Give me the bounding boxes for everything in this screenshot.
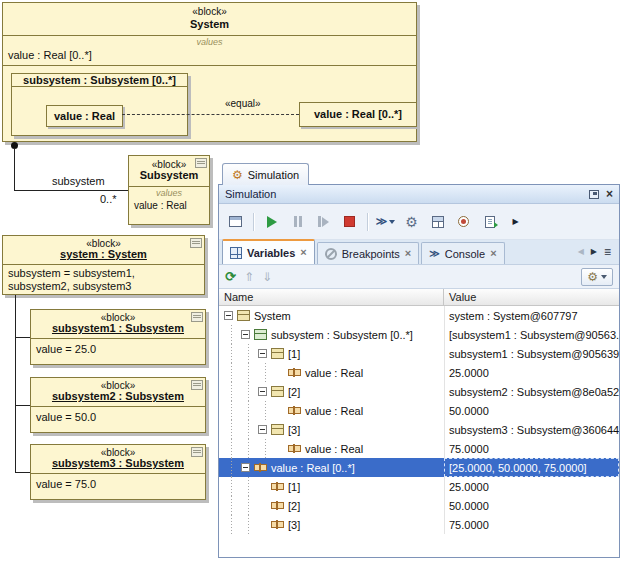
table-row[interactable]: [3] subsystem3 : Subsystem@360644 bbox=[219, 420, 619, 439]
bound-value-box[interactable]: value : Real [0..*] bbox=[299, 102, 417, 127]
pause-button[interactable] bbox=[286, 210, 309, 234]
simulation-toolbar: ≫ ⚙ ▶ bbox=[219, 204, 619, 240]
tabs-list-icon[interactable]: ≡ bbox=[604, 246, 611, 258]
export-icon[interactable]: ⇑ bbox=[244, 271, 254, 283]
close-icon[interactable]: × bbox=[606, 188, 613, 200]
instance-link-line bbox=[15, 295, 16, 472]
terminate-button[interactable] bbox=[338, 210, 361, 234]
column-header-name[interactable]: Name bbox=[219, 289, 444, 306]
slot-line: subsystem2, subsystem3 bbox=[8, 280, 132, 292]
step-button[interactable] bbox=[312, 210, 335, 234]
instance-subsystem3-block[interactable]: «block» subsystem3 : Subsystem value = 7… bbox=[30, 444, 206, 500]
tab-simulation[interactable]: ⚙ Simulation bbox=[222, 163, 309, 185]
table-row[interactable]: value : Real 25.0000 bbox=[219, 363, 619, 382]
system-block[interactable]: «block» System values value : Real [0..*… bbox=[2, 2, 417, 142]
table-row[interactable]: [3] 75.0000 bbox=[219, 515, 619, 534]
column-header-value[interactable]: Value bbox=[444, 289, 619, 306]
expander-icon[interactable] bbox=[258, 349, 267, 358]
row-value-cell[interactable]: [subsystem1 : Subsystem@90563... bbox=[444, 325, 619, 344]
row-name: [1] bbox=[288, 481, 300, 493]
expander-icon[interactable] bbox=[241, 330, 250, 339]
subsystem-part-box[interactable]: subsystem : Subsystem [0..*] value : Rea… bbox=[11, 73, 188, 136]
row-value-cell[interactable]: subsystem3 : Subsystem@360644 bbox=[444, 420, 619, 439]
refresh-icon[interactable]: ⟳ bbox=[225, 270, 236, 283]
simulation-options-button[interactable]: ⚙ bbox=[400, 210, 423, 234]
subsystem-block[interactable]: «block» Subsystem values value : Real bbox=[128, 155, 210, 225]
instance-subsystem2-block[interactable]: «block» subsystem2 : Subsystem value = 5… bbox=[30, 377, 206, 433]
panes-layout-button[interactable] bbox=[426, 210, 449, 234]
part-name: subsystem : Subsystem [0..*] bbox=[12, 74, 187, 86]
tab-console[interactable]: ≫ Console × bbox=[421, 242, 504, 264]
association-line-horizontal[interactable] bbox=[14, 190, 128, 191]
table-row[interactable]: [1] subsystem1 : Subsystem@905639 bbox=[219, 344, 619, 363]
close-tab-icon[interactable]: × bbox=[490, 248, 496, 259]
instance-icon bbox=[271, 424, 284, 435]
row-value-cell[interactable]: 75.0000 bbox=[444, 515, 619, 534]
close-tab-icon[interactable]: × bbox=[300, 247, 306, 258]
table-row[interactable]: [1] 25.0000 bbox=[219, 477, 619, 496]
expander-icon[interactable] bbox=[224, 311, 233, 320]
tabs-scroll-right-icon[interactable]: ▶ bbox=[591, 248, 597, 256]
row-value: 50.0000 bbox=[449, 500, 489, 512]
row-value: [subsystem1 : Subsystem@90563... bbox=[449, 329, 619, 341]
row-value-cell[interactable]: 50.0000 bbox=[444, 401, 619, 420]
compartment-separator bbox=[31, 406, 205, 407]
system-stereotype: «block» bbox=[3, 6, 416, 17]
tabs-scroll-left-icon[interactable]: ◀ bbox=[578, 248, 584, 256]
chevron-down-icon bbox=[601, 275, 607, 279]
expander-icon[interactable] bbox=[258, 425, 267, 434]
instance-system-block[interactable]: «block» system : System subsystem = subs… bbox=[2, 235, 205, 295]
table-row[interactable]: System system : System@607797 bbox=[219, 306, 619, 325]
row-name: [3] bbox=[288, 424, 300, 436]
table-row[interactable]: value : Real 50.0000 bbox=[219, 401, 619, 420]
association-line-vertical[interactable] bbox=[14, 148, 15, 191]
slot-line: value = 75.0 bbox=[36, 478, 96, 490]
export-results-button[interactable] bbox=[478, 210, 501, 234]
row-value-cell[interactable]: 75.0000 bbox=[444, 439, 619, 458]
panel-titlebar[interactable]: Simulation × bbox=[219, 185, 619, 204]
variables-toolbar: ⟳ ⇑ ⇓ ⚙ bbox=[219, 265, 619, 289]
import-icon[interactable]: ⇓ bbox=[262, 271, 272, 283]
equal-connector-line[interactable] bbox=[122, 114, 299, 115]
instance-name: subsystem3 : Subsystem bbox=[31, 457, 205, 469]
row-value-cell[interactable]: subsystem2 : Subsystem@8e0a52 bbox=[444, 382, 619, 401]
row-value-cell[interactable]: subsystem1 : Subsystem@905639 bbox=[444, 344, 619, 363]
tab-variables[interactable]: Variables × bbox=[222, 239, 315, 264]
table-options-dropdown[interactable]: ⚙ bbox=[581, 268, 613, 286]
table-row[interactable]: [2] 50.0000 bbox=[219, 496, 619, 515]
row-value-cell[interactable]: 25.0000 bbox=[444, 363, 619, 382]
row-value-cell[interactable]: system : System@607797 bbox=[444, 306, 619, 325]
toolbar-overflow-arrow[interactable]: ▶ bbox=[504, 210, 527, 234]
table-row[interactable]: [2] subsystem2 : Subsystem@8e0a52 bbox=[219, 382, 619, 401]
part-value-box[interactable]: value : Real bbox=[46, 105, 123, 127]
close-tab-icon[interactable]: × bbox=[405, 248, 411, 259]
subsystem-name: Subsystem bbox=[129, 169, 209, 181]
undock-icon[interactable] bbox=[589, 190, 599, 199]
row-value: 50.0000 bbox=[449, 405, 489, 417]
compartment-separator bbox=[3, 264, 204, 265]
toolbar-separator bbox=[367, 213, 368, 231]
instance-name: subsystem2 : Subsystem bbox=[31, 390, 205, 402]
row-value-cell[interactable]: 25.0000 bbox=[444, 477, 619, 496]
tab-breakpoints[interactable]: Breakpoints × bbox=[317, 242, 420, 264]
value-icon bbox=[288, 445, 301, 452]
table-row[interactable]: value : Real 75.0000 bbox=[219, 439, 619, 458]
expander-icon[interactable] bbox=[241, 463, 250, 472]
association-multiplicity-label: 0..* bbox=[100, 193, 117, 205]
instance-subsystem1-block[interactable]: «block» subsystem1 : Subsystem value = 2… bbox=[30, 309, 206, 365]
simulation-window-button[interactable] bbox=[224, 210, 247, 234]
compartment-separator bbox=[3, 65, 416, 66]
row-name: [2] bbox=[288, 386, 300, 398]
tab-scroll-controls: ◀ ▶ ≡ bbox=[578, 246, 616, 264]
animation-speed-dropdown[interactable]: ≫ bbox=[374, 210, 397, 234]
table-row[interactable]: subsystem : Subsystem [0..*] [subsystem1… bbox=[219, 325, 619, 344]
table-row-selected[interactable]: value : Real [0..*] [25.0000, 50.0000, 7… bbox=[219, 458, 619, 477]
run-button[interactable] bbox=[260, 210, 283, 234]
instance-link-line bbox=[15, 472, 30, 473]
row-value-cell[interactable]: 50.0000 bbox=[444, 496, 619, 515]
expander-icon[interactable] bbox=[258, 387, 267, 396]
system-name: System bbox=[3, 18, 416, 30]
row-value-cell[interactable]: [25.0000, 50.0000, 75.0000] bbox=[444, 458, 619, 477]
row-name: value : Real bbox=[305, 405, 363, 417]
record-button[interactable] bbox=[452, 210, 475, 234]
